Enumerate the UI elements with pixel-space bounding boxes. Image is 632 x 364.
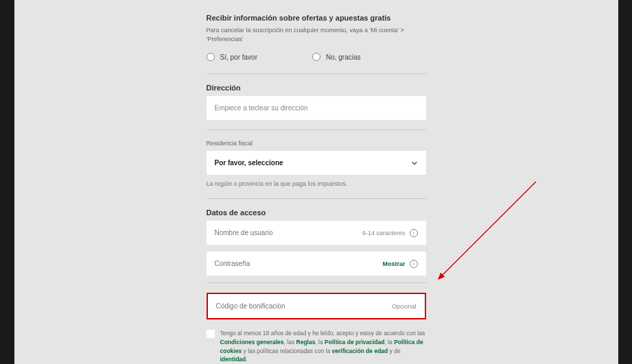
password-field[interactable]: Mostrar i — [207, 252, 426, 276]
link-age[interactable]: verificación de edad — [332, 348, 388, 354]
divider — [207, 198, 426, 199]
fiscal-selected: Por favor, seleccione — [215, 159, 283, 167]
password-show-toggle[interactable]: Mostrar — [382, 260, 405, 267]
chevron-down-icon — [411, 160, 418, 167]
terms-checkbox[interactable] — [207, 330, 215, 338]
link-conditions[interactable]: Condiciones generales — [220, 339, 284, 345]
bonus-code-field[interactable]: Opcional — [207, 293, 426, 319]
bonus-code-input[interactable] — [216, 294, 392, 318]
link-privacy[interactable]: Política de privacidad — [325, 339, 384, 345]
username-input[interactable] — [215, 221, 362, 245]
username-field[interactable]: 6-14 caracteres i — [207, 221, 426, 245]
fiscal-label: Residencia fiscal — [207, 140, 426, 147]
svg-line-0 — [438, 182, 536, 279]
offers-yes-label: Sí, por favor — [220, 53, 257, 61]
offers-yes-radio[interactable]: Sí, por favor — [207, 53, 257, 61]
info-icon[interactable]: i — [410, 260, 418, 268]
password-input[interactable] — [215, 252, 383, 276]
bonus-optional-label: Opcional — [392, 303, 417, 310]
offers-sub: Para cancelar la suscripción en cualquie… — [207, 26, 426, 43]
radio-icon — [207, 53, 215, 61]
annotation-arrow — [426, 175, 543, 291]
offers-no-label: No, gracias — [326, 53, 361, 61]
access-title: Datos de acceso — [207, 208, 426, 217]
offers-no-radio[interactable]: No, gracias — [312, 53, 361, 61]
username-hint: 6-14 caracteres — [362, 230, 406, 236]
offers-title: Recibir información sobre ofertas y apue… — [207, 14, 426, 22]
divider — [207, 130, 426, 130]
divider — [207, 73, 426, 74]
terms-text: Tengo al menos 18 años de edad y he leíd… — [220, 329, 426, 364]
divider — [207, 282, 426, 283]
address-input[interactable] — [207, 96, 426, 120]
link-rules[interactable]: Reglas — [296, 339, 316, 345]
fiscal-select[interactable]: Por favor, seleccione — [207, 151, 426, 175]
address-title: Dirección — [207, 84, 426, 92]
fiscal-helper: La región o provincia en la que paga los… — [207, 180, 426, 187]
info-icon[interactable]: i — [410, 229, 418, 237]
radio-icon — [312, 53, 320, 61]
link-identity[interactable]: identidad — [220, 356, 246, 363]
